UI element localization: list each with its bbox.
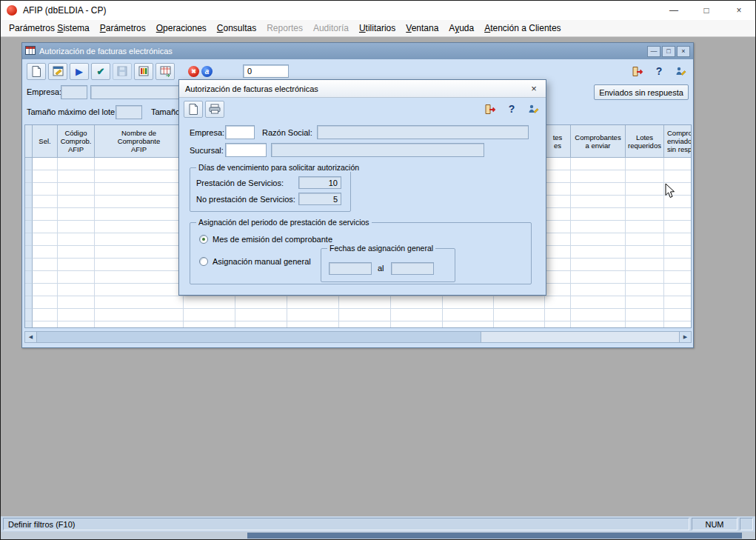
grid-cell[interactable] — [339, 321, 391, 328]
grid-cell[interactable] — [33, 284, 58, 296]
grid-row[interactable] — [25, 296, 691, 309]
grid-cell[interactable] — [235, 321, 287, 328]
grid-cell[interactable] — [33, 309, 58, 321]
grid-cell[interactable] — [58, 246, 95, 259]
grid-cell[interactable] — [33, 271, 58, 284]
titlebar[interactable]: AFIP (dbELDIA - CP) — □ × — [1, 1, 755, 20]
grid-cell[interactable] — [58, 284, 95, 296]
child-restore-button[interactable]: □ — [662, 46, 675, 57]
grid-cell[interactable] — [95, 221, 184, 233]
grid-cell[interactable] — [391, 296, 443, 309]
grid-cell[interactable] — [571, 321, 626, 328]
grid-cell[interactable] — [33, 246, 58, 259]
exit-button[interactable] — [629, 63, 646, 80]
grid-cell[interactable] — [58, 221, 95, 233]
grid-cell[interactable] — [58, 259, 95, 271]
grid-cell[interactable] — [33, 259, 58, 271]
grid-cell[interactable] — [287, 296, 339, 309]
grid-cell[interactable] — [95, 296, 184, 309]
grid-cell[interactable] — [664, 271, 692, 284]
grid-cell[interactable] — [339, 296, 391, 309]
grid-cell[interactable] — [545, 196, 571, 208]
grid-cell[interactable] — [443, 309, 494, 321]
sucursal-field[interactable] — [225, 143, 267, 157]
grid-cell[interactable] — [33, 208, 58, 221]
grid-cell[interactable] — [33, 221, 58, 233]
grid-cell[interactable] — [664, 158, 692, 170]
grid-cell[interactable] — [571, 183, 626, 196]
grid-cell[interactable] — [626, 183, 664, 196]
close-button[interactable]: × — [723, 1, 755, 20]
grid-cell[interactable] — [626, 321, 664, 328]
grid-cell[interactable] — [494, 321, 545, 328]
grid-cell[interactable] — [626, 246, 664, 259]
grid-cell[interactable] — [545, 309, 571, 321]
grid-cell[interactable] — [95, 246, 184, 259]
scroll-left-icon[interactable]: ◀ — [25, 332, 37, 342]
confirm-button[interactable]: ✔ — [91, 63, 110, 80]
grid-cell[interactable] — [571, 158, 626, 170]
grid-cell[interactable] — [33, 158, 58, 170]
menu-item-atención-a-clientes[interactable]: Atención a Clientes — [479, 21, 566, 35]
grid-cell[interactable] — [95, 271, 184, 284]
scroll-right-icon[interactable]: ▶ — [679, 332, 691, 342]
grid-cell[interactable] — [95, 284, 184, 296]
horizontal-scrollbar[interactable]: ◀ ▶ — [24, 331, 692, 343]
grid-column-header[interactable]: Sel. — [33, 125, 58, 158]
menu-item-parámetros[interactable]: Parámetros — [95, 21, 151, 35]
grid-cell[interactable] — [626, 158, 664, 170]
child-close-button[interactable]: × — [677, 46, 690, 57]
maximize-button[interactable]: □ — [690, 1, 723, 20]
dialog-help-button[interactable]: ? — [504, 101, 520, 118]
child-minimize-button[interactable]: — — [647, 46, 660, 57]
grid-cell[interactable] — [571, 309, 626, 321]
grid-cell[interactable] — [545, 208, 571, 221]
grid-cell[interactable] — [33, 170, 58, 183]
grid-cell[interactable] — [571, 221, 626, 233]
grid-cell[interactable] — [58, 309, 95, 321]
grid-cell[interactable] — [545, 233, 571, 246]
grid-cell[interactable] — [95, 208, 184, 221]
grid-cell[interactable] — [571, 284, 626, 296]
dialog-empresa-field[interactable] — [225, 125, 255, 139]
grid-cell[interactable] — [626, 271, 664, 284]
grid-column-header[interactable]: Lotesrequeridos — [626, 125, 664, 158]
grid-cell[interactable] — [664, 284, 692, 296]
grid-cell[interactable] — [443, 296, 494, 309]
grid-cell[interactable] — [184, 321, 235, 328]
grid-cell[interactable] — [571, 259, 626, 271]
grid-cell[interactable] — [571, 208, 626, 221]
dialog-new-button[interactable] — [184, 101, 203, 118]
grid-column-header[interactable]: Comprobantesa enviar — [571, 125, 626, 158]
grid-cell[interactable] — [571, 296, 626, 309]
grid-cell[interactable] — [664, 208, 692, 221]
grid-cell[interactable] — [545, 183, 571, 196]
grid-cell[interactable] — [545, 321, 571, 328]
grid-cell[interactable] — [443, 321, 494, 328]
grid-cell[interactable] — [58, 321, 95, 328]
grid-column-header[interactable]: Nombre deComprobanteAFIP — [95, 125, 184, 158]
properties-button[interactable] — [48, 63, 67, 80]
radio-asignacion-manual[interactable]: Asignación manual general — [199, 257, 311, 266]
grid-cell[interactable] — [626, 284, 664, 296]
menu-item-parámetros-sistema[interactable]: Parámetros Sistema — [4, 21, 95, 35]
grid-cell[interactable] — [58, 271, 95, 284]
grid-cell[interactable] — [545, 158, 571, 170]
resize-grip[interactable] — [740, 518, 753, 530]
grid-cell[interactable] — [95, 321, 184, 328]
grid-cell[interactable] — [545, 170, 571, 183]
grid-column-header[interactable]: CódigoComprob.AFIP — [58, 125, 95, 158]
grid-cell[interactable] — [494, 309, 545, 321]
grid-cell[interactable] — [545, 284, 571, 296]
grid-cell[interactable] — [626, 296, 664, 309]
grid-cell[interactable] — [33, 321, 58, 328]
child-titlebar[interactable]: Autorización de facturas electrónicas — … — [22, 43, 693, 59]
radio-mes-emision[interactable]: Mes de emisión del comprobante — [199, 235, 332, 244]
grid-cell[interactable] — [571, 170, 626, 183]
support-button[interactable] — [672, 63, 689, 80]
grid-cell[interactable] — [571, 196, 626, 208]
grid-cell[interactable] — [184, 296, 235, 309]
grid-cell[interactable] — [545, 246, 571, 259]
grid-cell[interactable] — [58, 158, 95, 170]
grid-cell[interactable] — [58, 296, 95, 309]
